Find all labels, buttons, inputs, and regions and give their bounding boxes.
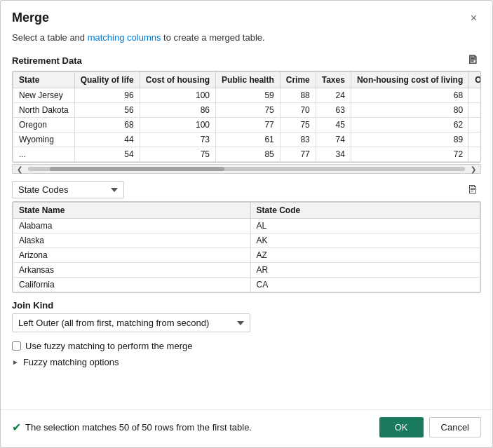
cancel-button[interactable]: Cancel <box>429 417 481 437</box>
cell: Oregon <box>13 118 75 133</box>
cell <box>469 103 481 118</box>
cell: Arkansas <box>13 263 251 278</box>
cell: 88 <box>280 88 316 103</box>
top-table-scrollbar[interactable]: ❮ ❯ <box>12 164 481 174</box>
cell: 73 <box>140 133 215 147</box>
cell: 77 <box>216 118 281 133</box>
col-health[interactable]: Public health <box>216 72 281 88</box>
scroll-thumb[interactable] <box>50 167 224 171</box>
cell: Alabama <box>13 219 251 233</box>
top-table-label: Retirement Data <box>12 55 82 66</box>
bottom-table-file-icon[interactable]: 🖹 <box>464 182 481 198</box>
scroll-right-icon[interactable]: ❯ <box>468 165 479 173</box>
cell: California <box>13 278 251 292</box>
cell: 62 <box>351 118 468 133</box>
cell: 44 <box>74 133 140 147</box>
cell: CA <box>250 278 480 292</box>
table-row: North Dakota 56 86 75 70 63 80 <box>13 103 482 118</box>
cell: New Jersey <box>13 88 75 103</box>
cell: 68 <box>351 88 468 103</box>
table-row: Arkansas AR <box>13 263 480 278</box>
table-row: Alabama AL <box>13 219 480 233</box>
join-kind-label: Join Kind <box>12 300 481 311</box>
cell: AK <box>250 233 480 248</box>
cell: AL <box>250 219 480 233</box>
cell <box>469 118 481 133</box>
top-data-table: State Quality of life Cost of housing Pu… <box>13 72 481 162</box>
cell: AR <box>250 263 480 278</box>
col-housing[interactable]: Cost of housing <box>140 72 215 88</box>
cell: 61 <box>216 133 281 147</box>
cell: 75 <box>140 147 215 162</box>
dialog-header: Merge × <box>1 1 492 29</box>
col-quality[interactable]: Quality of life <box>74 72 140 88</box>
cell: 75 <box>216 103 281 118</box>
cell: 63 <box>316 103 351 118</box>
table-row: Oregon 68 100 77 75 45 62 <box>13 118 482 133</box>
bottom-table-header-row: State Name State Code <box>13 203 480 219</box>
cell <box>469 133 481 147</box>
bottom-table-dropdown-row: State Codes 🖹 <box>1 175 492 201</box>
matching-columns-link[interactable]: matching columns <box>88 32 161 43</box>
check-icon: ✔ <box>12 421 21 434</box>
cell: Arizona <box>13 248 251 263</box>
cell: 83 <box>280 133 316 147</box>
ok-button[interactable]: OK <box>379 417 424 437</box>
merge-dialog: Merge × Select a table and matching colu… <box>0 0 493 448</box>
join-kind-select[interactable]: Left Outer (all from first, matching fro… <box>12 313 250 332</box>
cell: 75 <box>280 118 316 133</box>
table-row: California CA <box>13 278 480 292</box>
cell: 77 <box>280 147 316 162</box>
scroll-track[interactable] <box>28 167 465 171</box>
chevron-right-icon: ► <box>12 358 19 366</box>
cell: 96 <box>74 88 140 103</box>
cell: 70 <box>280 103 316 118</box>
status-message: ✔ The selection matches 50 of 50 rows fr… <box>12 421 252 434</box>
bottom-data-table: State Name State Code Alabama AL Alaska … <box>13 202 480 292</box>
scroll-left-icon[interactable]: ❮ <box>14 165 25 173</box>
cell: 24 <box>316 88 351 103</box>
col-nonhousing[interactable]: Non-housing cost of living <box>351 72 468 88</box>
col-state[interactable]: State <box>13 72 75 88</box>
bottom-table-container: State Name State Code Alabama AL Alaska … <box>12 201 481 293</box>
table-row: Alaska AK <box>13 233 480 248</box>
top-table-file-icon[interactable]: 🖹 <box>464 53 481 68</box>
fuzzy-checkbox[interactable] <box>12 341 21 351</box>
dialog-title: Merge <box>12 11 49 25</box>
cell: 100 <box>140 118 215 133</box>
col-ov[interactable]: Ov <box>469 72 481 88</box>
join-kind-section: Join Kind Left Outer (all from first, ma… <box>1 293 492 335</box>
cell: ... <box>13 147 75 162</box>
cell: 54 <box>74 147 140 162</box>
table-row: Arizona AZ <box>13 248 480 263</box>
bottom-table-select[interactable]: State Codes <box>12 181 124 198</box>
footer-buttons: OK Cancel <box>379 417 481 437</box>
col-crime[interactable]: Crime <box>280 72 316 88</box>
cell: 74 <box>316 133 351 147</box>
subtitle-text: Select a table and matching columns to c… <box>12 32 265 43</box>
table-row: Wyoming 44 73 61 83 74 89 <box>13 133 482 147</box>
top-table-container: State Quality of life Cost of housing Pu… <box>12 71 481 163</box>
col-state-name[interactable]: State Name <box>13 203 251 219</box>
cell: 85 <box>216 147 281 162</box>
cell: 80 <box>351 103 468 118</box>
cell: 89 <box>351 133 468 147</box>
fuzzy-checkbox-label: Use fuzzy matching to perform the merge <box>25 341 192 351</box>
cell: 56 <box>74 103 140 118</box>
cell: Alaska <box>13 233 251 248</box>
cell: 59 <box>216 88 281 103</box>
fuzzy-options-row[interactable]: ► Fuzzy matching options <box>1 354 492 373</box>
cell: AZ <box>250 248 480 263</box>
col-state-code[interactable]: State Code <box>250 203 480 219</box>
top-table-header-row: State Quality of life Cost of housing Pu… <box>13 72 482 88</box>
table-row: ... 54 75 85 77 34 72 <box>13 147 482 162</box>
top-table-section-label: Retirement Data 🖹 <box>1 50 492 71</box>
cell: 45 <box>316 118 351 133</box>
fuzzy-checkbox-row: Use fuzzy matching to perform the merge <box>1 335 492 354</box>
cell: 34 <box>316 147 351 162</box>
cell: 72 <box>351 147 468 162</box>
table-row: New Jersey 96 100 59 88 24 68 <box>13 88 482 103</box>
col-taxes[interactable]: Taxes <box>316 72 351 88</box>
close-button[interactable]: × <box>466 11 481 25</box>
status-text: The selection matches 50 of 50 rows from… <box>25 422 252 433</box>
